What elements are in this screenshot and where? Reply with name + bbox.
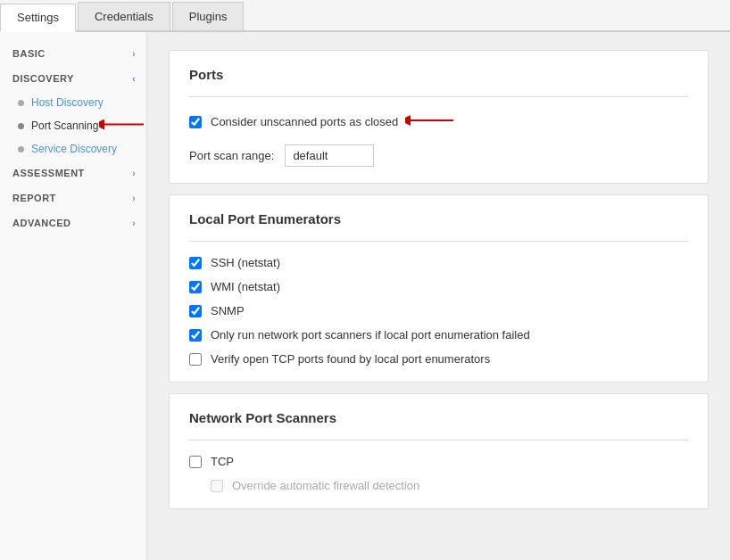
red-arrow-port-scanning-icon	[99, 116, 148, 136]
wmi-checkbox[interactable]	[189, 281, 202, 293]
tab-plugins[interactable]: Plugins	[172, 2, 245, 30]
ssh-label: SSH (netstat)	[211, 256, 280, 269]
sidebar-section-basic[interactable]: BASIC ›	[0, 41, 146, 66]
tabs-bar: Settings Credentials Plugins	[0, 0, 730, 32]
wmi-label: WMI (netstat)	[211, 280, 280, 293]
chevron-discovery-icon: ‹	[132, 74, 136, 84]
dot-icon	[18, 123, 24, 129]
only-run-label: Only run network port scanners if local …	[211, 328, 530, 342]
sidebar-item-port-scanning-label: Port Scanning	[31, 119, 98, 132]
only-run-checkbox[interactable]	[189, 329, 202, 342]
sidebar-item-service-discovery-label: Service Discovery	[31, 143, 117, 155]
snmp-row: SNMP	[189, 304, 688, 317]
network-port-section-title: Network Port Scanners	[189, 410, 688, 425]
sidebar-section-advanced-label: ADVANCED	[12, 218, 71, 228]
local-port-section-title: Local Port Enumerators	[189, 211, 688, 226]
override-firewall-checkbox[interactable]	[211, 480, 223, 492]
ports-section: Ports Consider unscanned ports as closed	[169, 50, 709, 184]
verify-open-checkbox[interactable]	[189, 353, 202, 366]
wmi-row: WMI (netstat)	[189, 280, 688, 293]
sidebar-item-service-discovery[interactable]: Service Discovery	[0, 137, 146, 161]
consider-unscanned-label: Consider unscanned ports as closed	[211, 115, 398, 128]
port-scan-range-label: Port scan range:	[189, 149, 274, 162]
sidebar-section-report-label: REPORT	[12, 193, 56, 203]
sidebar-section-discovery[interactable]: DISCOVERY ‹	[0, 66, 146, 91]
sidebar-section-basic-label: BASIC	[12, 48, 46, 59]
tcp-checkbox[interactable]	[189, 456, 202, 468]
chevron-assessment-icon: ›	[132, 169, 136, 178]
main-layout: BASIC › DISCOVERY ‹ Host Discovery Port …	[0, 32, 730, 560]
ports-section-title: Ports	[189, 67, 688, 82]
sidebar-item-port-scanning[interactable]: Port Scanning	[0, 114, 146, 137]
port-scan-range-row: Port scan range:	[189, 144, 688, 167]
chevron-advanced-icon: ›	[132, 218, 136, 228]
sidebar-section-discovery-label: DISCOVERY	[12, 73, 74, 84]
consider-unscanned-row: Consider unscanned ports as closed	[189, 111, 688, 132]
sidebar-section-advanced[interactable]: ADVANCED ›	[0, 210, 146, 235]
dot-icon	[18, 100, 24, 106]
ssh-checkbox[interactable]	[189, 257, 202, 269]
tcp-label: TCP	[211, 455, 234, 468]
sidebar-section-assessment[interactable]: ASSESSMENT ›	[0, 161, 146, 185]
snmp-checkbox[interactable]	[189, 305, 202, 317]
sidebar-item-host-discovery[interactable]: Host Discovery	[0, 91, 146, 114]
sidebar-section-assessment-label: ASSESSMENT	[12, 168, 85, 178]
sidebar-section-report[interactable]: REPORT ›	[0, 185, 146, 210]
ssh-row: SSH (netstat)	[189, 256, 688, 269]
override-firewall-row: Override automatic firewall detection	[211, 479, 688, 492]
red-arrow-unscanned-icon	[405, 111, 459, 132]
verify-open-label: Verify open TCP ports found by local por…	[211, 352, 490, 366]
content-area: Ports Consider unscanned ports as closed	[147, 32, 730, 560]
chevron-report-icon: ›	[132, 194, 136, 203]
snmp-label: SNMP	[211, 304, 245, 317]
tab-credentials[interactable]: Credentials	[78, 2, 170, 30]
sidebar: BASIC › DISCOVERY ‹ Host Discovery Port …	[0, 32, 147, 560]
override-firewall-label: Override automatic firewall detection	[232, 479, 419, 492]
tab-settings[interactable]: Settings	[0, 4, 76, 32]
verify-open-row: Verify open TCP ports found by local por…	[189, 352, 688, 366]
tcp-row: TCP	[189, 455, 688, 468]
only-run-row: Only run network port scanners if local …	[189, 328, 688, 342]
local-port-section: Local Port Enumerators SSH (netstat) WMI…	[169, 194, 709, 383]
chevron-basic-icon: ›	[132, 49, 136, 59]
dot-icon	[18, 146, 24, 152]
port-scan-range-input[interactable]	[285, 144, 374, 167]
network-port-section: Network Port Scanners TCP Override autom…	[169, 393, 709, 509]
sidebar-item-host-discovery-label: Host Discovery	[31, 96, 104, 109]
consider-unscanned-checkbox[interactable]	[189, 116, 202, 128]
